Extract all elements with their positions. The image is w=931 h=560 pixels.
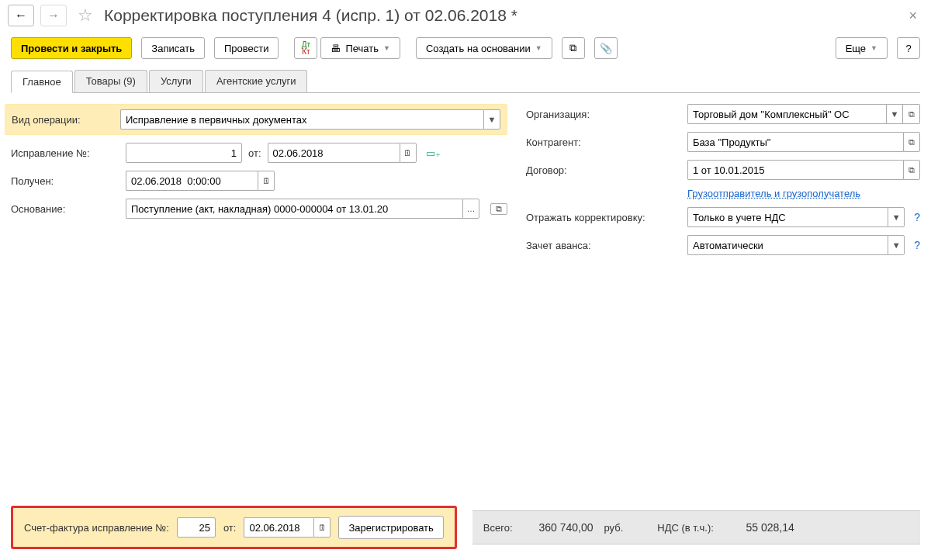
- new-row-icon[interactable]: ▭₊: [426, 147, 441, 159]
- calendar-icon[interactable]: 🗓: [313, 517, 331, 538]
- nav-forward-button[interactable]: →: [40, 5, 67, 26]
- invoice-label: Счет-фактура исправление №:: [24, 522, 169, 534]
- register-button[interactable]: Зарегистрировать: [338, 516, 443, 539]
- contractor-label: Контрагент:: [526, 137, 681, 148]
- org-label: Организация:: [526, 109, 681, 120]
- calendar-icon[interactable]: 🗓: [258, 171, 275, 191]
- correction-no-field[interactable]: [126, 143, 242, 163]
- correction-from-label: от:: [248, 147, 261, 159]
- calendar-icon[interactable]: 🗓: [400, 143, 417, 163]
- debit-credit-button[interactable]: ДтКт: [294, 37, 317, 59]
- invoice-no-field[interactable]: [177, 517, 216, 538]
- org-field[interactable]: [687, 104, 886, 124]
- tab-agent[interactable]: Агентские услуги: [205, 70, 308, 92]
- contractor-field[interactable]: [687, 132, 903, 152]
- invoice-date-field[interactable]: [244, 517, 313, 538]
- op-type-field[interactable]: [120, 109, 483, 130]
- advance-label: Зачет аванса:: [526, 240, 681, 251]
- shipper-consignee-link[interactable]: Грузоотправитель и грузополучатель: [687, 188, 860, 199]
- open-button[interactable]: ⧉: [490, 203, 507, 215]
- paperclip-icon: 📎: [600, 43, 612, 54]
- create-based-label: Создать на основании: [426, 43, 531, 54]
- help-icon[interactable]: ?: [914, 239, 920, 251]
- more-label: Еще: [846, 43, 866, 54]
- open-button[interactable]: ⧉: [903, 104, 920, 124]
- op-type-label: Вид операции:: [12, 114, 114, 126]
- dropdown-button[interactable]: ▼: [888, 207, 905, 227]
- post-and-close-button[interactable]: Провести и закрыть: [11, 37, 132, 59]
- create-based-button[interactable]: Создать на основании ▼: [416, 37, 552, 59]
- correction-date-field[interactable]: [268, 143, 400, 163]
- printer-icon: 🖶: [331, 43, 341, 54]
- contract-label: Договор:: [526, 164, 681, 176]
- help-button[interactable]: ?: [897, 37, 920, 59]
- received-label: Получен:: [11, 175, 119, 187]
- dropdown-button[interactable]: ▼: [888, 235, 905, 255]
- basis-field[interactable]: [126, 199, 462, 219]
- dropdown-icon: ▼: [535, 44, 542, 52]
- nav-back-button[interactable]: ←: [8, 5, 34, 26]
- total-label: Всего:: [483, 522, 513, 534]
- open-button[interactable]: ⧉: [903, 132, 920, 152]
- print-label: Печать: [345, 43, 379, 54]
- dropdown-icon: ▼: [870, 44, 877, 52]
- help-icon[interactable]: ?: [914, 211, 920, 223]
- tab-main[interactable]: Главное: [11, 71, 73, 93]
- correction-no-label: Исправление №:: [11, 147, 119, 159]
- advance-field[interactable]: [687, 235, 888, 255]
- invoice-from-label: от:: [223, 522, 237, 534]
- open-button[interactable]: ⧉: [903, 160, 920, 180]
- print-button[interactable]: 🖶 Печать ▼: [320, 37, 400, 59]
- reflect-label: Отражать корректировку:: [526, 212, 681, 223]
- vat-value: 55 028,14: [725, 521, 794, 534]
- basis-label: Основание:: [11, 203, 119, 215]
- contract-field[interactable]: [687, 160, 903, 180]
- reflect-field[interactable]: [687, 207, 888, 227]
- ellipsis-button[interactable]: …: [462, 199, 479, 219]
- close-button[interactable]: ×: [902, 8, 923, 24]
- attachments-button[interactable]: 📎: [594, 37, 618, 59]
- post-button[interactable]: Провести: [214, 37, 279, 59]
- received-field[interactable]: [126, 171, 258, 191]
- structure-button[interactable]: ⧉: [562, 37, 585, 59]
- save-button[interactable]: Записать: [141, 37, 205, 59]
- tab-services[interactable]: Услуги: [149, 70, 203, 92]
- dropdown-button[interactable]: ▼: [483, 109, 500, 130]
- dropdown-icon: ▼: [383, 44, 390, 52]
- currency: руб.: [604, 522, 624, 534]
- total-value: 360 740,00: [524, 521, 594, 534]
- vat-label: НДС (в т.ч.):: [657, 522, 714, 534]
- dropdown-button[interactable]: ▼: [886, 104, 903, 124]
- more-button[interactable]: Еще ▼: [836, 37, 888, 59]
- page-title: Корректировка поступления 4 (испр. 1) от…: [104, 6, 896, 25]
- favorite-icon[interactable]: ☆: [73, 5, 98, 26]
- tab-goods[interactable]: Товары (9): [74, 70, 147, 92]
